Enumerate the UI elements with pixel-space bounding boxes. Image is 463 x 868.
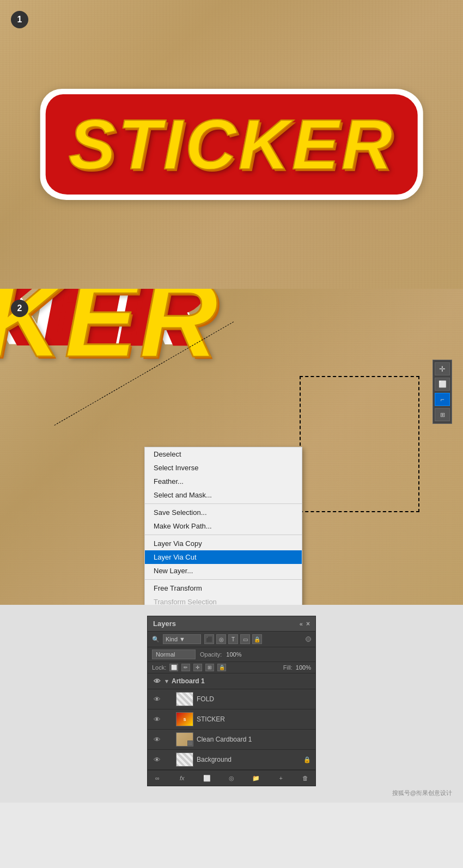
context-layer-via-copy[interactable]: Layer Via Copy [145, 537, 302, 550]
ps-toolbar: ✛ ⬜ ⌐ ⊞ [432, 360, 452, 424]
filter-type-icon[interactable]: T [228, 634, 238, 644]
layer-sticker-name: STICKER [197, 715, 311, 723]
lock-artboard-btn[interactable]: ⊞ [205, 664, 214, 671]
layer-sticker-eye[interactable]: 👁 [152, 714, 162, 724]
section2-canvas: 2 KER KER KER ✛ ⬜ ⌐ ⊞ Deselect Select In… [0, 289, 463, 605]
layers-section: Layers « × 🔍 Kind ▼ ⬛ ◎ T ▭ 🔒 Nor [0, 605, 463, 803]
layers-lock-row: Lock: ⬜ ✏ ✛ ⊞ 🔒 Fill: 100% [148, 662, 315, 673]
context-make-work-path[interactable]: Make Work Path... [145, 519, 302, 533]
layer-row-cardboard[interactable]: 👁 Clean Cardboard 1 [148, 730, 315, 750]
artboard-row: 👁 ▾ Artboard 1 [148, 673, 315, 689]
lock-all-btn[interactable]: 🔒 [217, 664, 226, 671]
filter-adjust-icon[interactable]: ◎ [216, 634, 226, 644]
context-select-mask[interactable]: Select and Mask... [145, 488, 302, 502]
layer-fold-thumb [176, 692, 193, 706]
new-layer-btn[interactable]: + [276, 773, 287, 783]
add-adjustment-btn[interactable]: ◎ [226, 773, 237, 783]
context-select-inverse[interactable]: Select Inverse [145, 461, 302, 475]
delete-layer-btn[interactable]: 🗑 [300, 773, 311, 783]
close-panel-icon[interactable]: × [306, 620, 310, 628]
context-transform-selection: Transform Selection [145, 595, 302, 605]
kind-dropdown-arrow: ▼ [179, 636, 185, 642]
context-feather[interactable]: Feather... [145, 475, 302, 488]
blending-mode-select[interactable]: Normal [152, 650, 196, 659]
lock-move-btn[interactable]: ✛ [193, 664, 202, 671]
search-icon: 🔍 [152, 636, 160, 643]
artboard-eye[interactable]: 👁 [152, 676, 162, 686]
separator-1 [145, 503, 302, 504]
layers-filter-row: 🔍 Kind ▼ ⬛ ◎ T ▭ 🔒 [148, 632, 315, 647]
selection-tool-icon[interactable]: ⬜ [435, 378, 450, 391]
opacity-value[interactable]: 100% [226, 651, 241, 658]
layer-sticker-thumb-content: S [176, 713, 193, 726]
layer-row-sticker[interactable]: 👁 S STICKER [148, 709, 315, 730]
layer-cardboard-thumb [176, 732, 193, 746]
step-badge-1: 1 [11, 11, 28, 28]
layer-fold-eye[interactable]: 👁 [152, 694, 162, 704]
separator-2 [145, 535, 302, 535]
layer-sticker-thumb: S [176, 712, 193, 726]
section1-canvas: 1 STICKER [0, 0, 463, 289]
layers-panel-header: Layers « × [148, 616, 315, 632]
lock-transparent-btn[interactable]: ⬜ [169, 664, 178, 671]
separator-3 [145, 579, 302, 580]
filter-shape-icon[interactable]: ▭ [240, 634, 250, 644]
layers-header-icons: « × [300, 620, 310, 628]
layer-bg-lock-icon: 🔒 [303, 756, 311, 763]
link-layers-btn[interactable]: ∞ [152, 773, 163, 783]
watermark: 搜狐号@衔果创意设计 [392, 789, 452, 797]
kind-label: Kind [166, 636, 178, 642]
layer-bg-eye[interactable]: 👁 [152, 755, 162, 764]
fill-label: Fill: [283, 664, 293, 671]
layers-panel: Layers « × 🔍 Kind ▼ ⬛ ◎ T ▭ 🔒 Nor [147, 616, 316, 786]
step-badge-2: 2 [11, 300, 28, 317]
layer-cardboard-thumb-badge [187, 740, 193, 746]
add-group-btn[interactable]: 📁 [251, 773, 261, 783]
layer-row-background[interactable]: 👁 Background 🔒 [148, 750, 315, 770]
artboard-expand-arrow[interactable]: ▾ [165, 678, 168, 685]
lasso-tool-icon[interactable]: ⌐ [435, 393, 450, 406]
context-new-layer[interactable]: New Layer... [145, 564, 302, 578]
filter-icons-group: ⬛ ◎ T ▭ 🔒 [204, 634, 262, 644]
context-deselect[interactable]: Deselect [145, 447, 302, 461]
layer-cardboard-eye[interactable]: 👁 [152, 735, 162, 744]
context-menu: Deselect Select Inverse Feather... Selec… [144, 447, 302, 605]
layer-bg-thumb [176, 752, 193, 767]
add-mask-btn[interactable]: ⬜ [202, 773, 212, 783]
sticker-display: STICKER [52, 101, 411, 188]
filter-toggle-dot[interactable] [306, 636, 311, 642]
move-tool-icon[interactable]: ✛ [435, 362, 450, 375]
layer-cardboard-name: Clean Cardboard 1 [197, 736, 311, 743]
opacity-label: Opacity: [200, 651, 222, 658]
layer-row-fold[interactable]: 👁 FOLD [148, 689, 315, 709]
fill-value[interactable]: 100% [296, 664, 311, 671]
context-layer-via-cut[interactable]: Layer Via Cut [145, 550, 302, 564]
lock-paint-btn[interactable]: ✏ [181, 664, 190, 671]
fx-btn[interactable]: fx [176, 773, 187, 783]
layers-title: Layers [153, 620, 176, 628]
layer-fold-name: FOLD [197, 695, 311, 703]
selection-marquee [300, 376, 419, 512]
collapse-icon[interactable]: « [300, 621, 303, 627]
lock-label: Lock: [152, 664, 166, 671]
sticker-text: STICKER [52, 101, 411, 188]
layer-bg-thumb-content [176, 753, 193, 766]
context-free-transform[interactable]: Free Transform [145, 581, 302, 595]
sticker-wrapper: STICKER [52, 101, 411, 188]
context-save-selection[interactable]: Save Selection... [145, 506, 302, 519]
layers-blending-row: Normal Opacity: 100% [148, 647, 315, 662]
layer-fold-thumb-content [176, 693, 193, 706]
kind-filter-select[interactable]: Kind ▼ [163, 634, 201, 644]
transform-tool-icon[interactable]: ⊞ [435, 408, 450, 421]
artboard-label: Artboard 1 [172, 677, 205, 685]
layers-bottom-bar: ∞ fx ⬜ ◎ 📁 + 🗑 [148, 770, 315, 786]
layer-bg-name: Background [197, 756, 300, 763]
filter-smart-icon[interactable]: 🔒 [252, 634, 262, 644]
filter-pixel-icon[interactable]: ⬛ [204, 634, 214, 644]
sticker-zoomed-text: KER [0, 289, 220, 381]
